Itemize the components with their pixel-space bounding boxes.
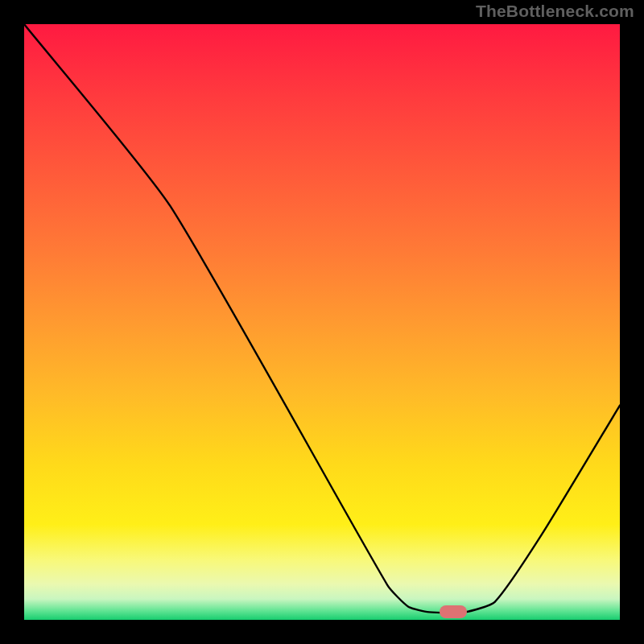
chart-svg — [24, 24, 620, 620]
viewport-frame: TheBottleneck.com — [0, 0, 644, 644]
gradient-rect — [24, 24, 620, 620]
optimal-marker — [440, 605, 467, 618]
plot-area — [24, 24, 620, 620]
watermark-text: TheBottleneck.com — [476, 2, 634, 21]
